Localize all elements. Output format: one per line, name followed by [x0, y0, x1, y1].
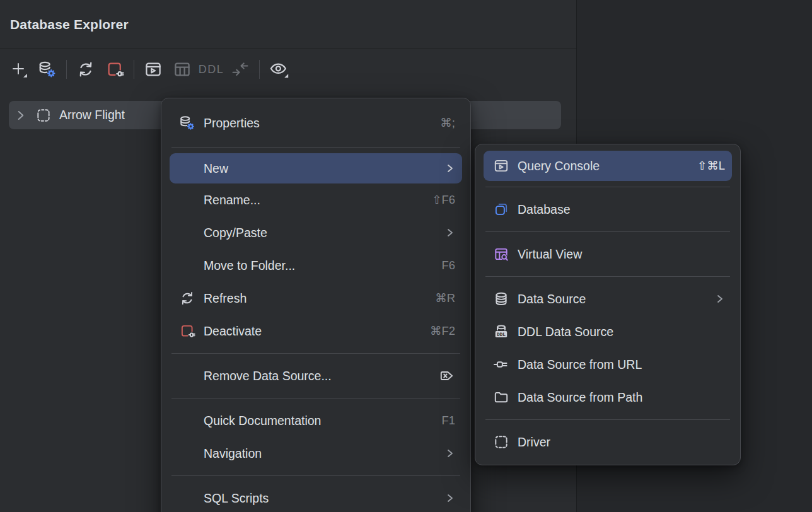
submenu-chevron-icon	[715, 294, 725, 304]
eye-dropdown-icon	[268, 59, 289, 80]
menu-separator	[485, 276, 730, 277]
jump-to-query-console-button[interactable]	[139, 56, 168, 83]
open-table-button[interactable]	[168, 56, 197, 83]
menu-item-label: Remove Data Source...	[204, 369, 424, 383]
database-gear-icon	[38, 60, 57, 79]
menu-item-label: Deactivate	[204, 324, 415, 339]
refresh-icon	[179, 290, 195, 306]
swap-arrows-icon	[230, 59, 250, 79]
menu-separator	[485, 231, 730, 232]
delete-icon	[439, 368, 455, 384]
panel-header: Database Explorer	[0, 0, 576, 49]
toolbar-separator	[66, 60, 67, 79]
menu-item-label: Data Source from URL	[518, 358, 725, 372]
menu-item-label: Database	[518, 202, 725, 217]
compare-button[interactable]	[226, 56, 255, 83]
menu-item-label: SQL Scripts	[204, 491, 430, 506]
menu-item-shortcut: F6	[441, 259, 455, 272]
context-menu: Properties ⌘; New Rename... ⇧F6 Copy/Pas…	[161, 98, 471, 512]
add-button[interactable]	[4, 56, 33, 83]
ddl-data-source-icon: DDL	[493, 323, 509, 340]
menu-item-label: Virtual View	[518, 247, 725, 262]
menu-item-shortcut: ⌘;	[440, 116, 455, 130]
plug-icon	[493, 356, 509, 373]
menu-item-label: Data Source from Path	[518, 390, 725, 405]
menu-item-label: New	[204, 161, 430, 176]
page-title: Database Explorer	[10, 17, 129, 32]
query-console-icon	[493, 158, 509, 174]
new-submenu: Query Console ⇧⌘L Database Virtual View	[475, 144, 741, 465]
tree-item-label: Arrow Flight	[59, 108, 125, 122]
svg-text:DDL: DDL	[497, 332, 506, 337]
database-icon	[493, 201, 509, 218]
menu-item-label: DDL Data Source	[518, 325, 725, 339]
menu-item-label: Move to Folder...	[204, 259, 426, 273]
menu-item-remove-data-source[interactable]: Remove Data Source...	[161, 359, 470, 392]
submenu-chevron-icon	[445, 448, 455, 458]
menu-item-shortcut: ⇧F6	[432, 193, 455, 207]
view-options-button[interactable]	[264, 56, 293, 83]
driver-icon	[35, 107, 52, 124]
menu-item-shortcut: ⇧⌘L	[697, 159, 725, 173]
menu-item-query-console[interactable]: Query Console ⇧⌘L	[484, 151, 732, 181]
deactivate-button[interactable]	[100, 56, 129, 83]
menu-item-data-source-from-path[interactable]: Data Source from Path	[475, 381, 740, 414]
toolbar: DDL	[4, 53, 576, 86]
generate-ddl-button[interactable]: DDL	[197, 56, 226, 83]
menu-item-sql-scripts[interactable]: SQL Scripts	[161, 482, 470, 512]
submenu-chevron-icon	[445, 163, 455, 173]
menu-separator	[171, 353, 460, 354]
menu-item-label: Driver	[518, 435, 725, 450]
menu-item-data-source-from-url[interactable]: Data Source from URL	[475, 348, 740, 381]
database-gear-icon	[179, 115, 195, 131]
submenu-chevron-icon	[445, 228, 455, 238]
menu-item-ddl-data-source[interactable]: DDL DDL Data Source	[475, 315, 740, 348]
data-source-icon	[493, 291, 509, 307]
deactivate-plug-icon	[105, 60, 124, 79]
menu-item-label: Navigation	[204, 446, 430, 461]
data-source-properties-button[interactable]	[33, 56, 62, 83]
menu-item-data-source[interactable]: Data Source	[475, 282, 740, 315]
menu-item-label: Copy/Paste	[204, 226, 430, 240]
menu-item-copy-paste[interactable]: Copy/Paste	[161, 216, 470, 249]
plus-dropdown-icon	[9, 60, 28, 79]
submenu-chevron-icon	[445, 493, 455, 503]
menu-item-label: Quick Documentation	[204, 414, 426, 428]
query-console-icon	[144, 60, 163, 79]
driver-icon	[493, 434, 509, 450]
refresh-button[interactable]	[71, 56, 100, 83]
menu-item-deactivate[interactable]: Deactivate ⌘F2	[161, 315, 470, 347]
menu-item-label: Data Source	[518, 292, 700, 306]
menu-separator	[485, 187, 730, 187]
menu-separator	[485, 419, 730, 420]
chevron-right-icon[interactable]	[14, 108, 28, 122]
menu-item-virtual-view[interactable]: Virtual View	[475, 238, 740, 271]
menu-separator	[171, 147, 460, 148]
menu-item-label: Rename...	[204, 193, 417, 207]
menu-item-shortcut: ⌘R	[435, 291, 455, 305]
table-icon	[173, 60, 192, 79]
toolbar-separator	[134, 60, 134, 79]
menu-item-refresh[interactable]: Refresh ⌘R	[161, 282, 470, 315]
menu-item-driver[interactable]: Driver	[475, 426, 740, 458]
menu-item-shortcut: F1	[441, 414, 455, 428]
toolbar-separator	[259, 60, 260, 79]
menu-separator	[171, 475, 460, 476]
refresh-icon	[76, 60, 95, 79]
virtual-view-icon	[493, 246, 509, 262]
menu-item-database[interactable]: Database	[475, 193, 740, 226]
menu-item-new[interactable]: New	[170, 153, 462, 183]
menu-item-shortcut: ⌘F2	[430, 324, 455, 338]
menu-item-move-to-folder[interactable]: Move to Folder... F6	[161, 249, 470, 282]
menu-item-rename[interactable]: Rename... ⇧F6	[161, 183, 470, 216]
folder-icon	[493, 389, 509, 405]
deactivate-plug-icon	[179, 323, 195, 339]
menu-item-properties[interactable]: Properties ⌘;	[161, 105, 470, 141]
menu-item-quick-documentation[interactable]: Quick Documentation F1	[161, 404, 470, 437]
menu-separator	[171, 398, 460, 399]
menu-item-navigation[interactable]: Navigation	[161, 437, 470, 470]
menu-item-label: Refresh	[204, 291, 420, 306]
menu-item-label: Properties	[204, 116, 425, 131]
menu-item-label: Query Console	[518, 159, 682, 173]
ddl-label: DDL	[196, 63, 227, 76]
